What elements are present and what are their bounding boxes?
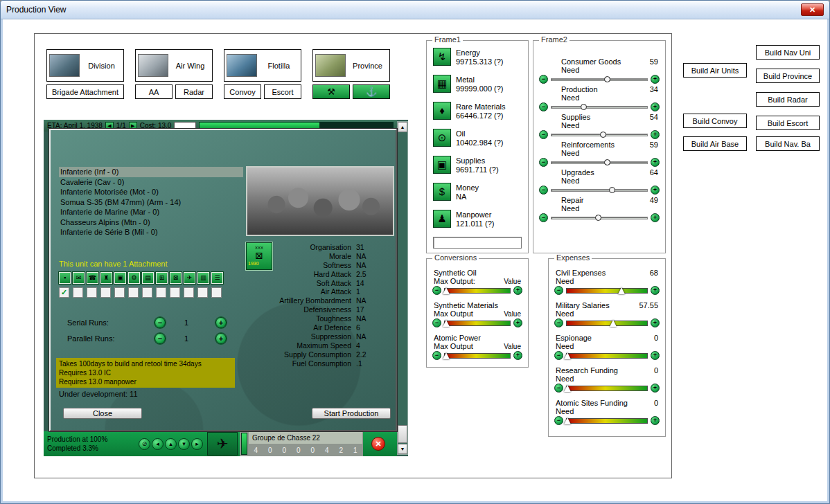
unit-list-item[interactable]: Infanterie de Marine (Mar - 0)	[59, 207, 243, 217]
attachment-icon-button[interactable]: ♜	[100, 272, 112, 284]
production-control-button[interactable]: ▴	[165, 438, 177, 450]
espionage-increase-button[interactable]: +	[651, 351, 660, 360]
division-button[interactable]: Division	[46, 49, 124, 82]
upgrades-slider[interactable]	[551, 189, 648, 192]
unit-list-item[interactable]: Infanterie (Inf - 0)	[59, 167, 243, 177]
cancel-production-button[interactable]: ✕	[371, 437, 385, 451]
attachment-icon-button[interactable]: ▪	[59, 272, 71, 284]
synthetic-oil-slider[interactable]	[444, 288, 511, 294]
attachment-icon-button[interactable]: ▥	[197, 272, 209, 284]
repair-increase-button[interactable]: +	[651, 213, 660, 222]
attachment-checkbox[interactable]	[211, 287, 222, 298]
unit-list-item[interactable]: Infanterie de Série B (Mil - 0)	[59, 227, 243, 237]
supplies-increase-button[interactable]: +	[651, 130, 660, 139]
slider-thumb[interactable]	[600, 132, 606, 138]
slider-thumb[interactable]	[564, 352, 571, 359]
atomic-sites-funding-decrease-button[interactable]: −	[554, 416, 563, 425]
aa-button[interactable]: AA	[135, 84, 173, 99]
production-control-button[interactable]: ▸	[191, 438, 203, 450]
attachment-checkbox[interactable]: ✓	[59, 287, 69, 298]
build-air-units-button[interactable]: Build Air Units	[683, 63, 747, 78]
unit-list-item[interactable]: Chasseurs Alpins (Mtn - 0)	[59, 217, 243, 228]
synthetic-materials-decrease-button[interactable]: −	[432, 318, 441, 327]
scroll-up-button[interactable]: ▲	[398, 122, 407, 132]
radar-button[interactable]: Radar	[175, 84, 213, 99]
parallel-runs-increase-button[interactable]: +	[215, 333, 227, 344]
civil-expenses-decrease-button[interactable]: −	[554, 286, 563, 295]
attachment-checkbox[interactable]	[197, 287, 208, 298]
parallel-runs-decrease-button[interactable]: −	[154, 333, 166, 344]
slider-thumb[interactable]	[595, 215, 601, 221]
repair-decrease-button[interactable]: −	[539, 213, 548, 222]
synthetic-materials-increase-button[interactable]: +	[513, 318, 522, 327]
production-control-button[interactable]: ◂	[152, 438, 164, 450]
title-bar[interactable]: Production View ✕	[1, 1, 829, 19]
repair-slider[interactable]	[551, 217, 648, 219]
scroll-down-button[interactable]: ▼	[398, 444, 407, 454]
serial-runs-decrease-button[interactable]: −	[154, 317, 166, 328]
slider-thumb[interactable]	[609, 187, 615, 193]
slider-thumb[interactable]	[443, 352, 450, 359]
civil-expenses-slider[interactable]	[566, 288, 648, 294]
atomic-power-increase-button[interactable]: +	[513, 351, 522, 360]
research-funding-increase-button[interactable]: +	[651, 384, 660, 393]
attachment-checkbox[interactable]	[184, 287, 194, 298]
unit-list-item[interactable]: Infanterie Motorisée (Mot - 0)	[59, 187, 243, 197]
build-escort-button[interactable]: Build Escort	[756, 116, 820, 130]
attachment-checkbox[interactable]	[73, 287, 83, 298]
province-naval-base-button[interactable]: ⚓	[353, 84, 390, 99]
upgrades-increase-button[interactable]: +	[651, 186, 660, 195]
build-nav-base-button[interactable]: Build Nav. Ba	[756, 136, 820, 151]
window-close-button[interactable]: ✕	[801, 3, 824, 16]
synthetic-materials-slider[interactable]	[444, 321, 511, 326]
atomic-power-slider[interactable]	[444, 353, 511, 359]
serial-runs-increase-button[interactable]: +	[215, 317, 227, 328]
military-salaries-decrease-button[interactable]: −	[554, 318, 563, 327]
espionage-decrease-button[interactable]: −	[554, 351, 563, 360]
build-nav-units-button[interactable]: Build Nav Uni	[756, 45, 820, 60]
attachment-checkbox[interactable]	[128, 287, 139, 298]
scrollbar-thumb[interactable]	[398, 425, 407, 443]
reinforcements-decrease-button[interactable]: −	[539, 158, 548, 167]
brigade-attachment-button[interactable]: Brigade Attachment	[46, 84, 124, 99]
production-slider[interactable]	[551, 106, 648, 109]
attachment-icon-button[interactable]: ☰	[211, 272, 223, 284]
slider-thumb[interactable]	[581, 104, 587, 110]
attachment-checkbox[interactable]	[87, 287, 97, 298]
upgrades-decrease-button[interactable]: −	[539, 186, 548, 195]
consumer-goods-increase-button[interactable]: +	[651, 75, 660, 84]
slider-thumb[interactable]	[564, 385, 571, 392]
attachment-icon-button[interactable]: ✉	[73, 272, 85, 284]
atomic-sites-funding-increase-button[interactable]: +	[651, 416, 660, 425]
attachment-checkbox[interactable]	[142, 287, 152, 298]
production-control-button[interactable]: ▾	[178, 438, 190, 450]
attachment-icon-button[interactable]: ▣	[114, 272, 126, 284]
unit-list-item[interactable]: Somua S-35 (BM 47mm) (Arm - 14)	[59, 197, 243, 208]
build-convoy-button[interactable]: Build Convoy	[683, 114, 747, 128]
supplies-slider[interactable]	[551, 134, 648, 136]
convoy-button[interactable]: Convoy	[224, 84, 261, 99]
atomic-power-decrease-button[interactable]: −	[432, 351, 441, 360]
province-button[interactable]: Province	[312, 49, 390, 82]
attachment-icon-button[interactable]: ⊠	[170, 272, 182, 284]
atomic-sites-funding-slider[interactable]	[566, 418, 648, 424]
civil-expenses-increase-button[interactable]: +	[651, 286, 660, 295]
slider-thumb[interactable]	[443, 287, 450, 294]
air-unit-button[interactable]: ✈	[207, 432, 238, 456]
slider-thumb[interactable]	[443, 320, 450, 327]
consumer-goods-decrease-button[interactable]: −	[539, 75, 548, 84]
production-control-button[interactable]: ⊘	[139, 438, 150, 450]
attachment-checkbox[interactable]	[170, 287, 180, 298]
build-province-button[interactable]: Build Province	[756, 69, 820, 83]
flotilla-button[interactable]: Flotilla	[224, 49, 301, 82]
production-scrollbar[interactable]: ▲ ▼	[397, 121, 408, 455]
slider-thumb[interactable]	[604, 159, 610, 165]
synthetic-oil-increase-button[interactable]: +	[513, 286, 522, 295]
escort-button[interactable]: Escort	[264, 84, 301, 99]
attachment-checkbox[interactable]	[100, 287, 111, 298]
reinforcements-slider[interactable]	[551, 161, 648, 164]
attachment-icon-button[interactable]: ☎	[87, 272, 98, 284]
close-button[interactable]: Close	[63, 408, 142, 419]
slider-thumb[interactable]	[604, 76, 610, 82]
slider-thumb[interactable]	[610, 320, 617, 327]
